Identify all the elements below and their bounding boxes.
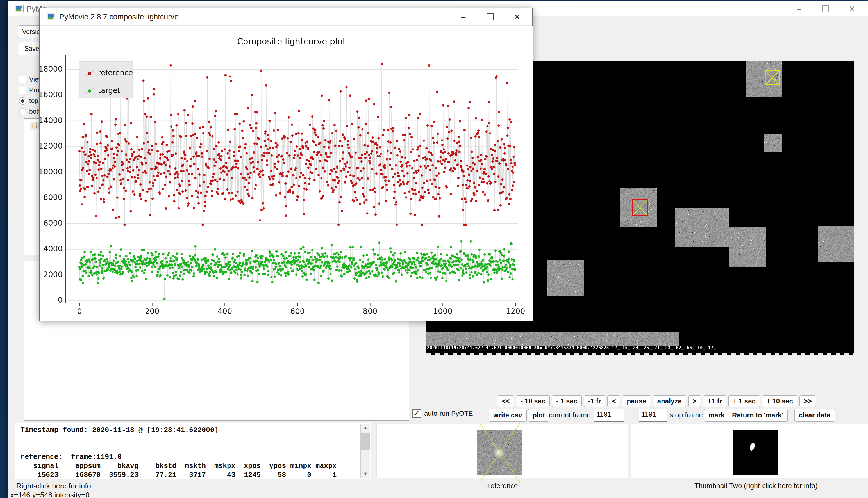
current-frame-input[interactable]: 1191 bbox=[594, 409, 624, 422]
thumbnail-two-panel bbox=[631, 424, 868, 479]
playback-button-[interactable]: < bbox=[607, 395, 620, 407]
write-csv-label: write csv bbox=[493, 411, 522, 419]
return-to-mark-label: Return to 'mark' bbox=[732, 411, 783, 419]
scroll-up-icon[interactable]: ▲ bbox=[361, 424, 370, 432]
scrollbar-thumb[interactable] bbox=[361, 433, 370, 450]
playback-button-1-sec[interactable]: + 1 sec bbox=[728, 395, 760, 407]
save-label: Save bbox=[24, 45, 39, 52]
return-to-mark-button[interactable]: Return to 'mark' bbox=[728, 409, 788, 422]
star-field-patch bbox=[764, 134, 782, 152]
playback-button-1-fr[interactable]: -1 fr bbox=[584, 395, 605, 407]
plot-label: plot bbox=[533, 411, 545, 419]
pymovie-window-icon bbox=[47, 13, 55, 21]
vti-timestamp-text: 20201118+19:28:41.622-41.621 00000+0000 … bbox=[427, 345, 716, 350]
clear-data-button[interactable]: clear data bbox=[794, 409, 835, 422]
reference-x-overlay bbox=[472, 423, 528, 483]
playback-button-10-sec[interactable]: + 10 sec bbox=[762, 395, 797, 407]
minimize-icon: – bbox=[461, 12, 466, 22]
current-frame-label: current frame bbox=[549, 411, 591, 419]
bottom-field-radio[interactable] bbox=[19, 108, 26, 115]
playback-button-[interactable]: >> bbox=[800, 395, 816, 407]
playback-button-pause[interactable]: pause bbox=[622, 395, 651, 407]
maximize-icon bbox=[822, 5, 829, 12]
mark-label: mark bbox=[709, 411, 725, 419]
stop-frame-label: stop frame bbox=[670, 411, 703, 419]
cursor-status-text: x=146 y=548 intensity=0 bbox=[10, 491, 90, 498]
star-field-patch bbox=[818, 226, 854, 262]
playback-toolbar: <<- 10 sec- 1 sec-1 fr<pauseanalyze>+1 f… bbox=[485, 395, 828, 407]
star-field-patch bbox=[426, 332, 679, 346]
target-aperture[interactable] bbox=[765, 70, 779, 85]
stop-frame-input[interactable]: 1191 bbox=[639, 409, 667, 422]
composite-lightcurve-chart[interactable] bbox=[40, 26, 533, 321]
plot-minimize-button[interactable]: – bbox=[450, 8, 477, 26]
playback-button-analyze[interactable]: analyze bbox=[653, 395, 686, 407]
main-maximize-button[interactable] bbox=[812, 1, 839, 16]
minimize-icon: – bbox=[797, 4, 801, 13]
view-avi-checkbox[interactable] bbox=[19, 76, 26, 83]
vti-dashes-row bbox=[426, 353, 854, 355]
clear-data-label: clear data bbox=[799, 411, 830, 419]
reference-thumbnail[interactable] bbox=[477, 430, 522, 475]
write-csv-button[interactable]: write csv bbox=[489, 409, 527, 422]
playback-button-1-fr[interactable]: +1 fr bbox=[703, 395, 726, 407]
top-field-radio[interactable] bbox=[19, 97, 26, 105]
thumbnail-two-label: Thumbnail Two (right-click here for info… bbox=[694, 482, 818, 490]
reference-thumbnail-label: reference bbox=[488, 482, 518, 490]
console-text: Timestamp found: 2020-11-18 @ [19:28:41.… bbox=[21, 426, 336, 480]
main-close-button[interactable]: ✕ bbox=[839, 1, 865, 16]
main-minimize-button[interactable]: – bbox=[786, 1, 812, 16]
plot-maximize-button[interactable] bbox=[477, 8, 504, 26]
star-field-patch bbox=[675, 208, 729, 247]
playback-button-10-sec[interactable]: - 10 sec bbox=[516, 395, 550, 407]
process-checkbox[interactable] bbox=[19, 87, 26, 94]
playback-button-1-sec[interactable]: - 1 sec bbox=[552, 395, 582, 407]
console-hint-label: Right-click here for info bbox=[16, 482, 91, 490]
maximize-icon bbox=[486, 13, 494, 21]
close-icon: ✕ bbox=[849, 4, 855, 13]
pymovie-app-icon bbox=[15, 5, 24, 12]
plot-close-button[interactable]: ✕ bbox=[504, 8, 531, 26]
star-field-patch bbox=[729, 227, 766, 267]
reference-aperture[interactable] bbox=[632, 199, 648, 216]
playback-button-[interactable]: << bbox=[497, 395, 514, 407]
auto-run-pyote-checkbox[interactable]: ✓ bbox=[412, 409, 421, 418]
info-console[interactable]: Timestamp found: 2020-11-18 @ [19:28:41.… bbox=[15, 423, 371, 479]
console-scrollbar[interactable]: ▲ ▼ bbox=[360, 424, 370, 478]
scroll-down-icon[interactable]: ▼ bbox=[361, 470, 370, 478]
lightcurve-window-title: PyMovie 2.8.7 composite lightcurve bbox=[59, 13, 179, 21]
lightcurve-window: PyMovie 2.8.7 composite lightcurve – ✕ bbox=[39, 8, 533, 320]
close-icon: ✕ bbox=[513, 12, 521, 22]
playback-button-[interactable]: > bbox=[688, 395, 701, 407]
lightcurve-titlebar[interactable]: PyMovie 2.8.7 composite lightcurve – ✕ bbox=[40, 8, 532, 26]
reference-thumbnail-panel bbox=[376, 424, 628, 479]
auto-run-pyote-label: auto-run PyOTE bbox=[424, 409, 473, 417]
star-field-patch bbox=[548, 260, 584, 297]
thumbnail-two[interactable] bbox=[733, 430, 778, 475]
plot-button[interactable]: plot bbox=[528, 409, 549, 422]
mark-button[interactable]: mark bbox=[704, 409, 729, 422]
